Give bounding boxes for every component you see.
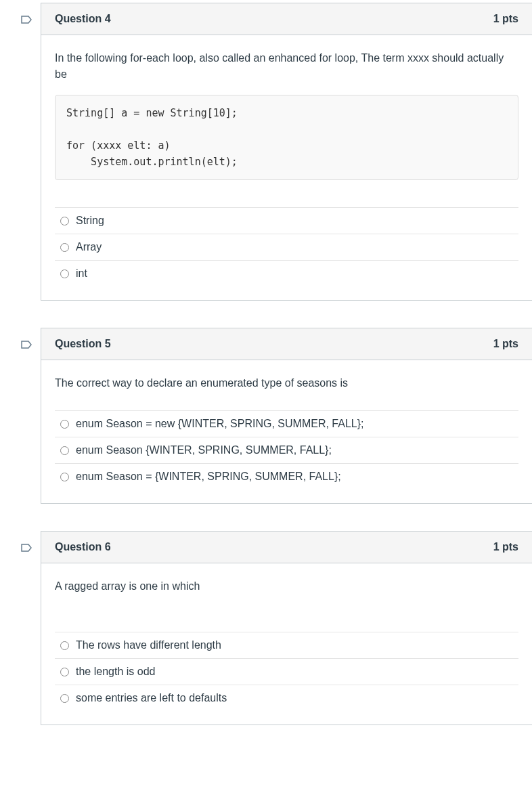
answer-list: The rows have different length the lengt… xyxy=(55,632,518,711)
answer-text: Array xyxy=(76,241,102,253)
answer-option[interactable]: some entries are left to defaults xyxy=(55,685,518,711)
question-block: Question 5 1 pts The correct way to decl… xyxy=(41,328,532,504)
question-prompt: A ragged array is one in which xyxy=(55,578,518,595)
question-body: In the following for-each loop, also cal… xyxy=(41,35,532,300)
answer-text: String xyxy=(76,215,104,227)
flag-icon[interactable] xyxy=(21,341,32,354)
answer-text: enum Season = new {WINTER, SPRING, SUMME… xyxy=(76,418,363,430)
answer-text: some entries are left to defaults xyxy=(76,692,227,704)
answer-text: enum Season {WINTER, SPRING, SUMMER, FAL… xyxy=(76,444,332,456)
answer-option[interactable]: enum Season = {WINTER, SPRING, SUMMER, F… xyxy=(55,464,518,490)
answer-option[interactable]: int xyxy=(55,261,518,286)
question-header: Question 6 1 pts xyxy=(41,532,532,563)
question-body: The correct way to declare an enumerated… xyxy=(41,360,532,503)
question-block: Question 6 1 pts A ragged array is one i… xyxy=(41,531,532,725)
question-number: Question 4 xyxy=(55,13,111,25)
answer-list: String Array int xyxy=(55,207,518,286)
question-points: 1 pts xyxy=(493,541,518,553)
answer-text: int xyxy=(76,267,87,280)
question-points: 1 pts xyxy=(493,338,518,350)
answer-option[interactable]: enum Season {WINTER, SPRING, SUMMER, FAL… xyxy=(55,437,518,464)
radio-icon xyxy=(60,243,69,252)
answer-option[interactable]: enum Season = new {WINTER, SPRING, SUMME… xyxy=(55,411,518,437)
radio-icon xyxy=(60,641,69,650)
answer-text: enum Season = {WINTER, SPRING, SUMMER, F… xyxy=(76,471,341,483)
flag-icon[interactable] xyxy=(21,16,32,29)
question-prompt: The correct way to declare an enumerated… xyxy=(55,375,518,391)
question-body: A ragged array is one in which The rows … xyxy=(41,563,532,725)
answer-option[interactable]: The rows have different length xyxy=(55,632,518,659)
radio-icon xyxy=(60,694,69,703)
radio-icon xyxy=(60,420,69,429)
answer-option[interactable]: the length is odd xyxy=(55,659,518,685)
radio-icon xyxy=(60,217,69,225)
answer-option[interactable]: Array xyxy=(55,234,518,261)
code-block: String[] a = new String[10]; for (xxxx e… xyxy=(55,95,518,180)
flag-icon[interactable] xyxy=(21,544,32,557)
question-header: Question 5 1 pts xyxy=(41,328,532,360)
answer-text: the length is odd xyxy=(76,666,155,678)
question-points: 1 pts xyxy=(493,13,518,25)
answer-option[interactable]: String xyxy=(55,208,518,234)
radio-icon xyxy=(60,668,69,676)
question-header: Question 4 1 pts xyxy=(41,3,532,35)
question-number: Question 6 xyxy=(55,541,111,553)
radio-icon xyxy=(60,269,69,278)
radio-icon xyxy=(60,473,69,481)
question-prompt: In the following for-each loop, also cal… xyxy=(55,50,518,83)
answer-list: enum Season = new {WINTER, SPRING, SUMME… xyxy=(55,410,518,490)
question-block: Question 4 1 pts In the following for-ea… xyxy=(41,3,532,301)
question-number: Question 5 xyxy=(55,338,111,350)
answer-text: The rows have different length xyxy=(76,639,221,651)
radio-icon xyxy=(60,446,69,455)
